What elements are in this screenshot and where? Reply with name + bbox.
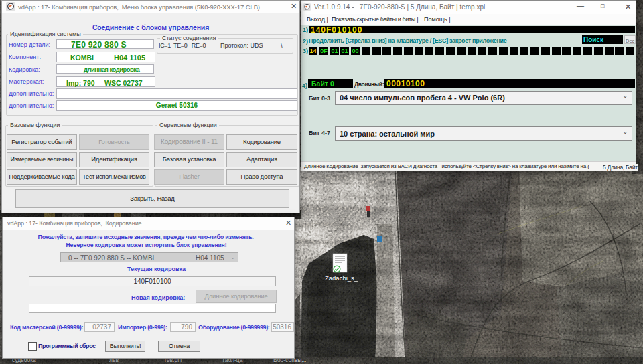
svg-text:Zadachi_s_...: Zadachi_s_... [325,274,363,282]
